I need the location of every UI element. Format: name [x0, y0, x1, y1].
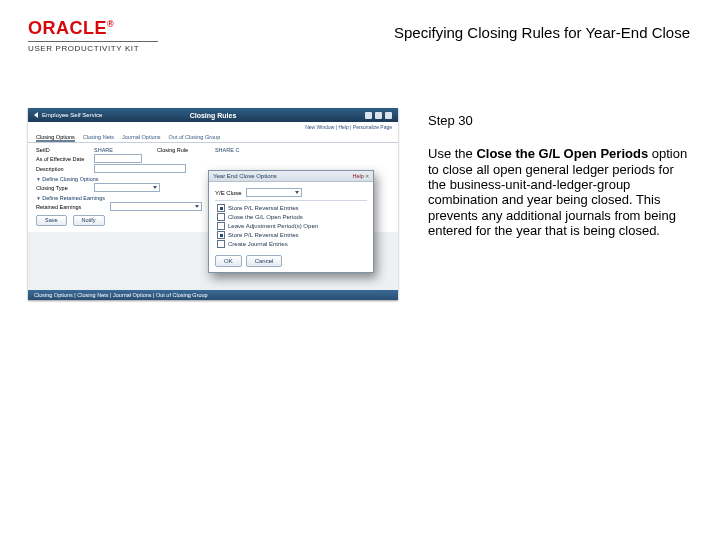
opt-close-gl-open-periods[interactable]: Close the G/L Open Periods: [217, 213, 367, 221]
page-tabs: Closing Options Closing Nets Journal Opt…: [28, 132, 398, 143]
checkbox-icon: [217, 240, 225, 248]
row-ye-close: Y/E Close: [215, 188, 367, 197]
status-bar: Closing Options | Closing Nets | Journal…: [28, 290, 398, 300]
opt-create-journal-entries[interactable]: Create Journal Entries: [217, 240, 367, 248]
step-heading: Step 30: [428, 113, 688, 128]
input-description[interactable]: [94, 164, 186, 173]
page-title: Specifying Closing Rules for Year-End Cl…: [394, 24, 690, 41]
nav-title: Closing Rules: [28, 112, 398, 119]
row-effective-date: As of Effective Date: [36, 154, 390, 163]
brand-wordmark: ORACLE®: [28, 18, 158, 39]
opt-label: Store P/L Reversal Entries: [228, 205, 298, 211]
label-eff-date: As of Effective Date: [36, 156, 90, 162]
opt-label: Close the G/L Open Periods: [228, 214, 303, 220]
checkbox-icon: [217, 204, 225, 212]
label-ye-close: Y/E Close: [215, 190, 242, 196]
brand-subtitle: USER PRODUCTIVITY KIT: [28, 44, 158, 53]
opt-store-pl-2[interactable]: Store P/L Reversal Entries: [217, 231, 367, 239]
checkbox-icon: [217, 213, 225, 221]
app-navbar: Employee Self Service Closing Rules: [28, 108, 398, 122]
brand-registered: ®: [107, 19, 114, 29]
select-retained-earn[interactable]: [110, 202, 202, 211]
brand-name: ORACLE: [28, 18, 107, 38]
select-closing-type[interactable]: [94, 183, 160, 192]
opt-label: Leave Adjustment Period(s) Open: [228, 223, 318, 229]
brand-divider: [28, 41, 158, 42]
save-button[interactable]: Save: [36, 215, 67, 226]
label-retained-earn: Retained Earnings: [36, 204, 106, 210]
checkbox-icon: [217, 222, 225, 230]
tab-out-of-closing-group[interactable]: Out of Closing Group: [169, 134, 221, 142]
close-icon[interactable]: ×: [365, 173, 369, 179]
step-instruction: Use the Close the G/L Open Periods optio…: [428, 146, 688, 238]
opt-label: Create Journal Entries: [228, 241, 288, 247]
opt-leave-adj-open[interactable]: Leave Adjustment Period(s) Open: [217, 222, 367, 230]
instr-bold: Close the G/L Open Periods: [476, 146, 648, 161]
brand-logo-block: ORACLE® USER PRODUCTIVITY KIT: [28, 18, 158, 53]
year-end-close-dialog: Year End Close Options Help × Y/E Close …: [208, 170, 374, 273]
label-closing-type: Closing Type: [36, 185, 90, 191]
notify-button[interactable]: Notify: [73, 215, 105, 226]
label-closing-rule: Closing Rule: [157, 147, 211, 153]
window-links[interactable]: New Window | Help | Personalize Page: [28, 122, 398, 132]
instruction-column: Step 30 Use the Close the G/L Open Perio…: [428, 113, 688, 238]
app-screenshot: Employee Self Service Closing Rules New …: [28, 108, 398, 300]
tab-closing-options[interactable]: Closing Options: [36, 134, 75, 142]
dialog-separator: [215, 200, 367, 201]
dialog-buttons: OK Cancel: [209, 252, 373, 272]
tab-closing-nets[interactable]: Closing Nets: [83, 134, 114, 142]
dialog-help-link[interactable]: Help: [353, 173, 364, 179]
ok-button[interactable]: OK: [215, 255, 242, 267]
label-description: Description: [36, 166, 90, 172]
input-eff-date[interactable]: [94, 154, 142, 163]
checkbox-icon: [217, 231, 225, 239]
row-setid: SetID SHARE Closing Rule SHARE C: [36, 147, 390, 153]
dialog-body: Y/E Close Store P/L Reversal Entries Clo…: [209, 182, 373, 252]
cancel-button[interactable]: Cancel: [246, 255, 283, 267]
select-ye-close[interactable]: [246, 188, 302, 197]
label-setid: SetID: [36, 147, 90, 153]
dialog-title: Year End Close Options: [213, 173, 277, 179]
opt-store-pl-1[interactable]: Store P/L Reversal Entries: [217, 204, 367, 212]
opt-label: Store P/L Reversal Entries: [228, 232, 298, 238]
value-closing-rule: SHARE C: [215, 147, 239, 153]
dialog-titlebar: Year End Close Options Help ×: [209, 171, 373, 182]
value-setid: SHARE: [94, 147, 113, 153]
instr-pre: Use the: [428, 146, 476, 161]
tab-journal-options[interactable]: Journal Options: [122, 134, 161, 142]
